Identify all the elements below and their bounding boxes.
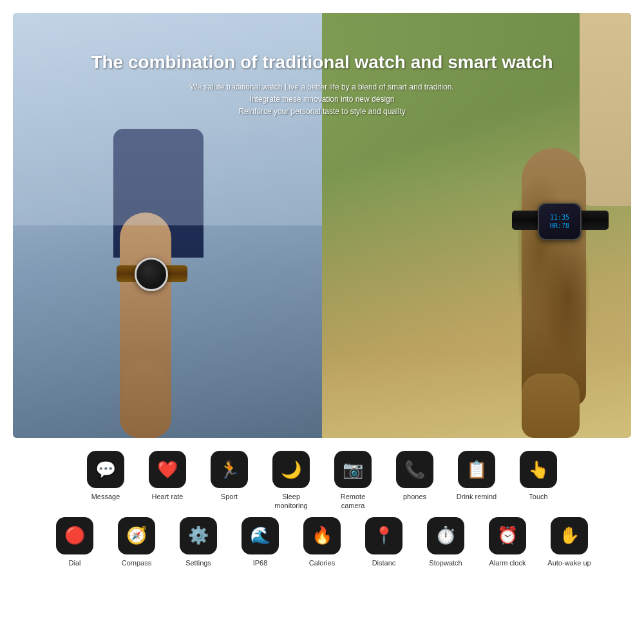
camera-label: Remotecamera [341,492,366,511]
sport-watch: 11:35 HR:78 [512,203,609,238]
distanc-label: Distanc [372,558,396,567]
feature-calories: 🔥 Calories [296,517,348,567]
feature-distanc: 📍 Distanc [358,517,410,567]
dial-label: Dial [69,558,81,567]
touch-icon-box: 👆 [520,451,557,488]
hero-banner: 11:35 HR:78 The combination of tradition… [13,13,631,438]
ip68-label: IP68 [253,558,268,567]
mud-overlay [518,161,589,386]
hero-subtitle-line2: Integrate these innovation into new desi… [39,93,605,106]
settings-label: Settings [185,558,211,567]
feature-sport: 🏃 Sport [204,451,255,501]
feature-stopwatch: ⏱️ Stopwatch [420,517,471,567]
camera-icon-box: 📷 [334,451,372,488]
sport-icon-box: 🏃 [211,451,248,488]
feature-phones: 📞 phones [389,451,440,501]
message-icon-box: 💬 [87,451,124,488]
auto-wake-icon-box: ✋ [551,517,588,554]
feature-drink-remind: 📋 Drink remind [451,451,502,501]
heart-rate-label: Heart rate [152,492,184,501]
compass-icon-box: 🧭 [118,517,155,554]
calories-label: Calories [309,558,335,567]
features-row-1: 💬 Message ❤️ Heart rate 🏃 Sport 🌙 Sleepm… [19,451,625,511]
feature-alarm-clock: ⏰ Alarm clock [482,517,533,567]
message-label: Message [91,492,120,501]
feature-settings: ⚙️ Settings [173,517,224,567]
watch-face-left [135,258,168,291]
hero-subtitle-line3: Reinforce your personal taste to style a… [39,106,605,118]
hero-subtitle: We salute traditional watch Live a bette… [39,81,605,118]
sleep-icon-box: 🌙 [272,451,310,488]
page-wrapper: 11:35 HR:78 The combination of tradition… [0,0,644,644]
heart-rate-icon-box: ❤️ [149,451,186,488]
wrist-watch-left [117,258,187,290]
alarm-label: Alarm clock [489,558,526,567]
feature-ip68: 🌊 IP68 [234,517,286,567]
hero-text-overlay: The combination of traditional watch and… [13,13,631,131]
sport-display-time: 11:35 [550,213,569,222]
touch-label: Touch [529,492,547,501]
auto-wake-label: Auto-wake up [547,558,591,567]
sport-display: 11:35 HR:78 [550,213,569,230]
feature-sleep-monitoring: 🌙 Sleepmonitoring [265,451,317,511]
alarm-icon-box: ⏰ [489,517,526,554]
feature-touch: 👆 Touch [513,451,564,501]
feature-dial: 🔴 Dial [49,517,100,567]
left-hand [123,361,168,438]
phones-icon-box: 📞 [396,451,433,488]
hero-title: The combination of traditional watch and… [39,52,605,73]
feature-compass: 🧭 Compass [111,517,162,567]
phones-label: phones [403,492,426,501]
dial-icon-box: 🔴 [56,517,93,554]
feature-message: 💬 Message [80,451,131,501]
sport-watch-face: 11:35 HR:78 [538,203,582,240]
calories-icon-box: 🔥 [303,517,341,554]
feature-remote-camera: 📷 Remotecamera [327,451,379,511]
compass-label: Compass [122,558,151,567]
settings-icon-box: ⚙️ [180,517,217,554]
left-arm [113,129,204,438]
features-section: 💬 Message ❤️ Heart rate 🏃 Sport 🌙 Sleepm… [13,438,631,631]
stopwatch-label: Stopwatch [429,558,462,567]
hero-subtitle-line1: We salute traditional watch Live a bette… [39,81,605,93]
feature-auto-wake-up: ✋ Auto-wake up [544,517,595,567]
distanc-icon-box: 📍 [365,517,402,554]
feature-heart-rate: ❤️ Heart rate [142,451,193,501]
features-row-2: 🔴 Dial 🧭 Compass ⚙️ Settings 🌊 IP68 🔥 Ca… [19,517,625,567]
stopwatch-icon-box: ⏱️ [427,517,464,554]
ip68-icon-box: 🌊 [242,517,279,554]
drink-icon-box: 📋 [458,451,495,488]
sleep-label: Sleepmonitoring [274,492,307,511]
sport-display-hr: HR:78 [550,222,569,230]
drink-label: Drink remind [457,492,497,501]
right-hand [522,374,580,438]
sport-label: Sport [221,492,238,501]
